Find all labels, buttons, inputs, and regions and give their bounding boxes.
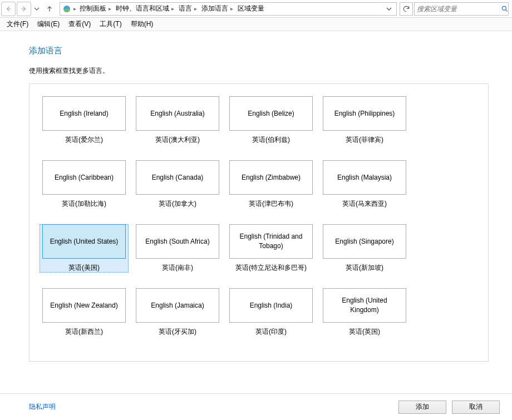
address-dropdown[interactable] (384, 2, 394, 16)
language-tile[interactable]: English (Jamaica) (136, 288, 219, 323)
privacy-link[interactable]: 隐私声明 (29, 402, 56, 412)
language-native-label: 英语(马来西亚) (342, 199, 387, 209)
footer-bar: 隐私声明 添加 取消 (0, 393, 512, 420)
language-native-label: 英语(新西兰) (65, 327, 103, 337)
language-tile[interactable]: English (Caribbean) (42, 160, 126, 195)
menu-bar: 文件(F) 编辑(E) 查看(V) 工具(T) 帮助(H) (0, 18, 512, 31)
breadcrumb-label: 时钟、语言和区域 (116, 4, 169, 13)
refresh-button[interactable] (400, 2, 413, 16)
refresh-icon (402, 5, 410, 13)
chevron-right-icon: ▸ (193, 6, 198, 12)
breadcrumb-label: 语言 (179, 4, 192, 13)
menu-edit[interactable]: 编辑(E) (34, 18, 63, 30)
language-native-label: 英语(英国) (349, 327, 380, 337)
language-tile[interactable]: English (Canada) (136, 160, 219, 195)
language-tile[interactable]: English (United Kingdom) (323, 288, 406, 323)
chevron-down-icon (34, 6, 40, 12)
back-button[interactable] (1, 2, 16, 16)
chevron-right-icon: ▸ (170, 6, 175, 12)
arrow-up-icon (46, 5, 53, 13)
page-title: 添加语言 (29, 46, 489, 56)
menu-help[interactable]: 帮助(H) (127, 18, 157, 30)
language-native-label: 英语(印度) (255, 327, 287, 337)
breadcrumb-label: 控制面板 (80, 4, 106, 13)
language-tile[interactable]: English (India) (229, 288, 313, 323)
language-tile[interactable]: English (New Zealand) (42, 288, 126, 323)
content-area: 添加语言 使用搜索框查找更多语言。 English (Ireland)英语(爱尔… (0, 31, 512, 393)
language-native-label: 英语(加拿大) (159, 199, 196, 209)
breadcrumb-item[interactable]: 语言▸ (178, 3, 199, 15)
language-tile[interactable]: English (Ireland) (42, 96, 126, 131)
language-tile[interactable]: English (Belize) (229, 96, 313, 131)
recent-locations-dropdown[interactable] (32, 2, 41, 16)
language-native-label: 英语(牙买加) (159, 327, 196, 337)
language-cell[interactable]: English (India)英语(印度) (227, 288, 316, 337)
language-native-label: 英语(特立尼达和多巴哥) (235, 263, 307, 273)
arrow-right-icon (20, 5, 28, 13)
arrow-left-icon (4, 5, 12, 13)
menu-file[interactable]: 文件(F) (3, 18, 32, 30)
chevron-right-icon: ▸ (229, 6, 234, 12)
language-native-label: 英语(南非) (162, 263, 193, 273)
breadcrumb-label: 区域变量 (238, 4, 264, 13)
language-list-container: English (Ireland)英语(爱尔兰)English (Austral… (29, 83, 489, 362)
menu-tools[interactable]: 工具(T) (96, 18, 125, 30)
language-native-label: 英语(爱尔兰) (65, 135, 103, 145)
chevron-down-icon (386, 6, 392, 12)
search-icon (501, 5, 509, 13)
language-cell[interactable]: English (United Kingdom)英语(英国) (320, 288, 409, 337)
language-cell[interactable]: English (Zimbabwe)英语(津巴布韦) (227, 160, 316, 209)
svg-line-2 (506, 9, 508, 11)
language-native-label: 英语(加勒比海) (62, 199, 106, 209)
language-cell[interactable]: English (United States)英语(美国) (40, 224, 129, 273)
language-cell[interactable]: English (Philippines)英语(菲律宾) (320, 96, 409, 145)
language-cell[interactable]: English (Caribbean)英语(加勒比海) (40, 160, 129, 209)
language-native-label: 英语(津巴布韦) (249, 199, 293, 209)
language-grid: English (Ireland)英语(爱尔兰)English (Austral… (40, 96, 478, 337)
control-panel-icon (62, 4, 71, 13)
menu-view[interactable]: 查看(V) (65, 18, 94, 30)
language-native-label: 英语(澳大利亚) (155, 135, 200, 145)
search-input[interactable] (417, 5, 501, 13)
forward-button[interactable] (17, 2, 31, 16)
svg-point-1 (502, 6, 506, 10)
page-subtitle: 使用搜索框查找更多语言。 (29, 66, 489, 76)
language-cell[interactable]: English (Canada)英语(加拿大) (133, 160, 222, 209)
language-native-label: 英语(菲律宾) (346, 135, 383, 145)
search-box[interactable] (414, 2, 509, 16)
breadcrumb-label: 添加语言 (201, 4, 228, 13)
language-native-label: 英语(美国) (68, 263, 100, 273)
breadcrumb-item[interactable]: 添加语言▸ (200, 3, 235, 15)
language-tile[interactable]: English (South Africa) (136, 224, 219, 259)
language-cell[interactable]: English (Jamaica)英语(牙买加) (133, 288, 222, 337)
language-tile[interactable]: English (Australia) (136, 96, 219, 131)
language-cell[interactable]: English (Trinidad and Tobago)英语(特立尼达和多巴哥… (227, 224, 316, 273)
up-button[interactable] (42, 2, 57, 16)
navigation-bar: ▸ 控制面板▸ 时钟、语言和区域▸ 语言▸ 添加语言▸ 区域变量 (0, 0, 512, 18)
language-tile[interactable]: English (Philippines) (323, 96, 406, 131)
language-tile[interactable]: English (Singapore) (323, 224, 406, 259)
add-button[interactable]: 添加 (398, 401, 446, 414)
language-cell[interactable]: English (New Zealand)英语(新西兰) (40, 288, 129, 337)
language-cell[interactable]: English (Ireland)英语(爱尔兰) (40, 96, 129, 145)
language-cell[interactable]: English (Singapore)英语(新加坡) (320, 224, 409, 273)
breadcrumb-item[interactable]: 区域变量 (237, 3, 265, 15)
cancel-button[interactable]: 取消 (452, 401, 500, 414)
breadcrumb-item[interactable]: 控制面板▸ (78, 3, 114, 15)
language-cell[interactable]: English (Belize)英语(伯利兹) (227, 96, 316, 145)
chevron-right-icon: ▸ (107, 6, 112, 12)
language-native-label: 英语(伯利兹) (252, 135, 290, 145)
chevron-right-icon: ▸ (72, 6, 77, 12)
language-cell[interactable]: English (Malaysia)英语(马来西亚) (320, 160, 409, 209)
language-tile[interactable]: English (Zimbabwe) (229, 160, 313, 195)
address-bar[interactable]: ▸ 控制面板▸ 时钟、语言和区域▸ 语言▸ 添加语言▸ 区域变量 (60, 2, 397, 16)
language-native-label: 英语(新加坡) (346, 263, 383, 273)
language-tile[interactable]: English (United States) (42, 224, 126, 259)
language-tile[interactable]: English (Trinidad and Tobago) (229, 224, 313, 259)
language-cell[interactable]: English (Australia)英语(澳大利亚) (133, 96, 222, 145)
language-cell[interactable]: English (South Africa)英语(南非) (133, 224, 222, 273)
breadcrumb-item[interactable]: 时钟、语言和区域▸ (115, 3, 176, 15)
language-tile[interactable]: English (Malaysia) (323, 160, 406, 195)
